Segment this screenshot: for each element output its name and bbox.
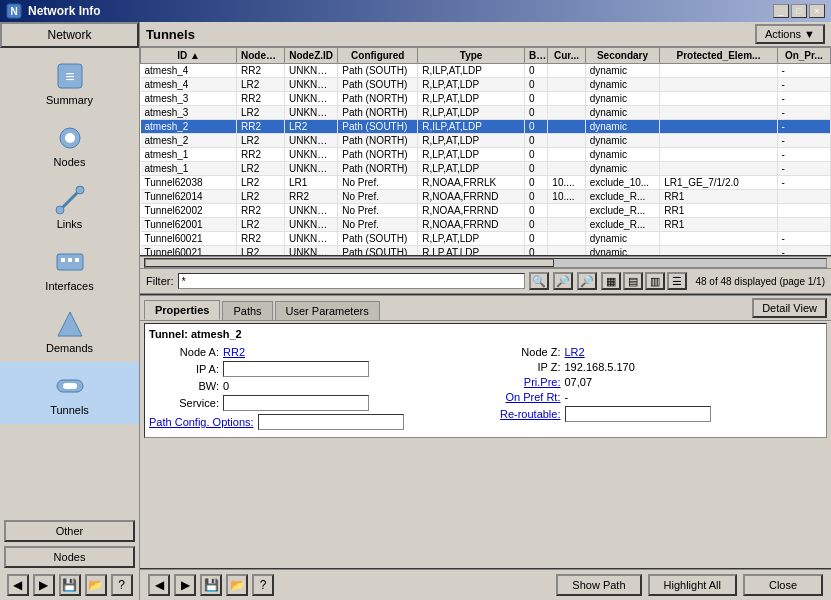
node-z-value[interactable]: LR2 [565, 346, 585, 358]
back-btn[interactable]: ◀ [7, 574, 29, 596]
col-protected[interactable]: Protected_Elem... [660, 48, 777, 64]
table-row[interactable]: Tunnel62002RR2UNKNO...No Pref.R,NOAA,FRR… [141, 204, 831, 218]
help-btn[interactable]: ? [111, 574, 133, 596]
col-secondary[interactable]: Secondary [585, 48, 660, 64]
table-row[interactable]: atmesh_2LR2UNKNO...Path (NORTH)R,LP,AT,L… [141, 134, 831, 148]
actions-button[interactable]: Actions ▼ [755, 24, 825, 44]
table-row[interactable]: atmesh_1RR2UNKNO...Path (NORTH)R,LP,AT,L… [141, 148, 831, 162]
table-scrollbar[interactable] [140, 257, 831, 269]
re-routable-input[interactable] [565, 406, 711, 422]
sidebar-item-demands[interactable]: Demands [0, 300, 139, 362]
table-row[interactable]: atmesh_1LR2UNKNO...Path (NORTH)R,LP,AT,L… [141, 162, 831, 176]
ip-z-value: 192.168.5.170 [565, 361, 635, 373]
on-pref-rt-row: On Pref Rt: - [491, 391, 823, 403]
sidebar-label-links: Links [57, 218, 83, 230]
col-configured[interactable]: Configured [338, 48, 418, 64]
sidebar-item-interfaces[interactable]: Interfaces [0, 238, 139, 300]
properties-panel: Properties Paths User Parameters Detail … [140, 294, 831, 568]
table-row[interactable]: atmesh_3RR2UNKNO...Path (NORTH)R,LP,AT,L… [141, 92, 831, 106]
title-bar: N Network Info _ □ × [0, 0, 831, 22]
sidebar-item-nodes[interactable]: Nodes [0, 114, 139, 176]
hscroll-track[interactable] [144, 258, 827, 268]
filter-search-btn[interactable]: 🔍 [529, 272, 549, 290]
service-input[interactable] [223, 395, 369, 411]
filter-input[interactable] [178, 273, 526, 289]
table-row[interactable]: atmesh_4RR2UNKNO...Path (SOUTH)R,ILP,AT,… [141, 64, 831, 78]
view-list-btn[interactable]: ▦ [601, 272, 621, 290]
props-right-col: Node Z: LR2 IP Z: 192.168.5.170 Pri.Pre:… [491, 346, 823, 433]
props-content: Tunnel: atmesh_2 Node A: RR2 IP A: [144, 323, 827, 438]
sidebar-item-summary[interactable]: ≡ Summary [0, 52, 139, 114]
view-grid-btn[interactable]: ▤ [623, 272, 643, 290]
tunnel-label: Tunnel: [149, 328, 188, 340]
table-row[interactable]: atmesh_4LR2UNKNO...Path (SOUTH)R,LP,AT,L… [141, 78, 831, 92]
col-bw[interactable]: BW [524, 48, 547, 64]
table-row[interactable]: atmesh_2RR2LR2Path (SOUTH)R,ILP,AT,LDP0d… [141, 120, 831, 134]
svg-rect-10 [61, 258, 65, 262]
links-icon [54, 184, 86, 216]
tab-paths[interactable]: Paths [222, 301, 272, 320]
nav-forward-btn[interactable]: ▶ [174, 574, 196, 596]
highlight-all-button[interactable]: Highlight All [648, 574, 737, 596]
nav-back-btn[interactable]: ◀ [148, 574, 170, 596]
close-btn[interactable]: × [809, 4, 825, 18]
tunnels-table: ID ▲ NodeA.ID NodeZ.ID Configured Type B… [140, 47, 831, 257]
sidebar-label-nodes: Nodes [54, 156, 86, 168]
pri-pre-value: 07,07 [565, 376, 593, 388]
col-type[interactable]: Type [418, 48, 525, 64]
nav-help-btn[interactable]: ? [252, 574, 274, 596]
filter-row: Filter: 🔍 🔎 🔎 ▦ ▤ ▥ ☰ 48 of 48 displayed… [140, 269, 831, 294]
pri-pre-row: Pri.Pre: 07,07 [491, 376, 823, 388]
filter-zoom2-btn[interactable]: 🔎 [577, 272, 597, 290]
col-cur[interactable]: Cur... [548, 48, 585, 64]
table-row[interactable]: Tunnel62038LR2LR1No Pref.R,NOAA,FRRLK010… [141, 176, 831, 190]
open-btn[interactable]: 📂 [85, 574, 107, 596]
sidebar-item-tunnels[interactable]: Tunnels [0, 362, 139, 424]
table-row[interactable]: Tunnel60021LR2UNKNO...Path (SOUTH)R,LP,A… [141, 246, 831, 258]
tunnels-icon [54, 370, 86, 402]
nav-save-btn[interactable]: 💾 [200, 574, 222, 596]
network-button[interactable]: Network [0, 22, 139, 48]
nav-folder-btn[interactable]: 📂 [226, 574, 248, 596]
tab-properties[interactable]: Properties [144, 300, 220, 320]
action-buttons: Show Path Highlight All Close [556, 574, 823, 596]
table-row[interactable]: Tunnel62014LR2RR2No Pref.R,NOAA,FRRND010… [141, 190, 831, 204]
node-a-value[interactable]: RR2 [223, 346, 245, 358]
ip-a-row: IP A: [149, 361, 481, 377]
save-btn[interactable]: 💾 [59, 574, 81, 596]
tunnels-table-container[interactable]: ID ▲ NodeA.ID NodeZ.ID Configured Type B… [140, 47, 831, 257]
pri-pre-label[interactable]: Pri.Pre: [491, 376, 561, 388]
ip-z-row: IP Z: 192.168.5.170 [491, 361, 823, 373]
col-id[interactable]: ID ▲ [141, 48, 237, 64]
on-pref-rt-label[interactable]: On Pref Rt: [491, 391, 561, 403]
sidebar-label-interfaces: Interfaces [45, 280, 93, 292]
minimize-btn[interactable]: _ [773, 4, 789, 18]
ip-a-input[interactable] [223, 361, 369, 377]
table-row[interactable]: Tunnel60021RR2UNKNO...Path (SOUTH)R,LP,A… [141, 232, 831, 246]
view-detail-btn[interactable]: ▥ [645, 272, 665, 290]
sidebar-label-demands: Demands [46, 342, 93, 354]
table-header-row: ID ▲ NodeA.ID NodeZ.ID Configured Type B… [141, 48, 831, 64]
content-area: Tunnels Actions ▼ ID ▲ NodeA.ID NodeZ.ID… [140, 22, 831, 600]
path-config-input[interactable] [258, 414, 404, 430]
path-config-label[interactable]: Path Config. Options: [149, 416, 254, 428]
filter-zoom-btn[interactable]: 🔎 [553, 272, 573, 290]
tab-user-parameters[interactable]: User Parameters [275, 301, 380, 320]
table-row[interactable]: Tunnel62001LR2UNKNO...No Pref.R,NOAA,FRR… [141, 218, 831, 232]
re-routable-label[interactable]: Re-routable: [491, 408, 561, 420]
other-button[interactable]: Other [4, 520, 135, 542]
sidebar-item-links[interactable]: Links [0, 176, 139, 238]
show-path-button[interactable]: Show Path [556, 574, 641, 596]
col-nodeZ[interactable]: NodeZ.ID [284, 48, 337, 64]
detail-view-button[interactable]: Detail View [752, 298, 827, 318]
col-nodeA[interactable]: NodeA.ID [236, 48, 284, 64]
col-onpr[interactable]: On_Pr... [777, 48, 830, 64]
hscroll-thumb[interactable] [145, 259, 554, 267]
view-col-btn[interactable]: ☰ [667, 272, 687, 290]
table-row[interactable]: atmesh_3LR2UNKNO...Path (NORTH)R,LP,AT,L… [141, 106, 831, 120]
path-config-row: Path Config. Options: [149, 414, 481, 430]
forward-btn[interactable]: ▶ [33, 574, 55, 596]
maximize-btn[interactable]: □ [791, 4, 807, 18]
close-button[interactable]: Close [743, 574, 823, 596]
nodes2-button[interactable]: Nodes [4, 546, 135, 568]
